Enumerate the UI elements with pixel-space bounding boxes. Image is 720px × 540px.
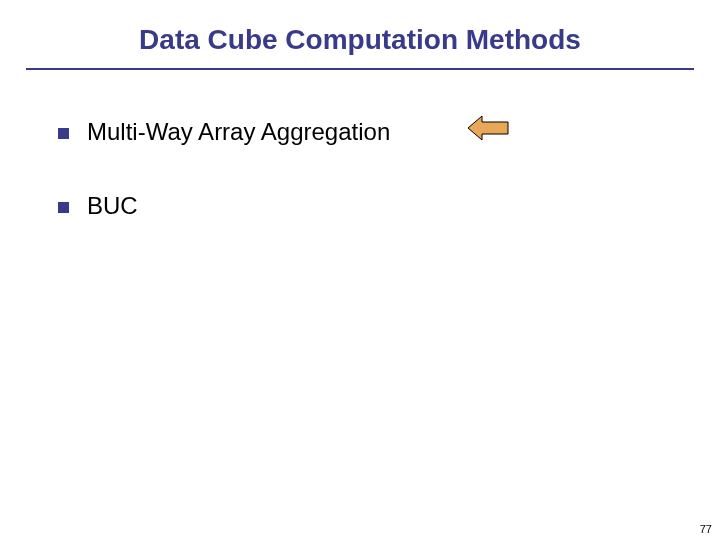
bullet-list: Multi-Way Array Aggregation BUC [36,118,684,220]
bullet-text: BUC [87,192,138,220]
list-item: Multi-Way Array Aggregation [58,118,684,146]
list-item: BUC [58,192,684,220]
bullet-marker-icon [58,202,69,213]
page-number: 77 [700,523,712,535]
slide-title: Data Cube Computation Methods [36,24,684,56]
bullet-text: Multi-Way Array Aggregation [87,118,390,146]
title-divider [26,68,694,70]
slide-container: Data Cube Computation Methods Multi-Way … [0,0,720,540]
bullet-marker-icon [58,128,69,139]
arrow-left-icon [466,112,512,144]
